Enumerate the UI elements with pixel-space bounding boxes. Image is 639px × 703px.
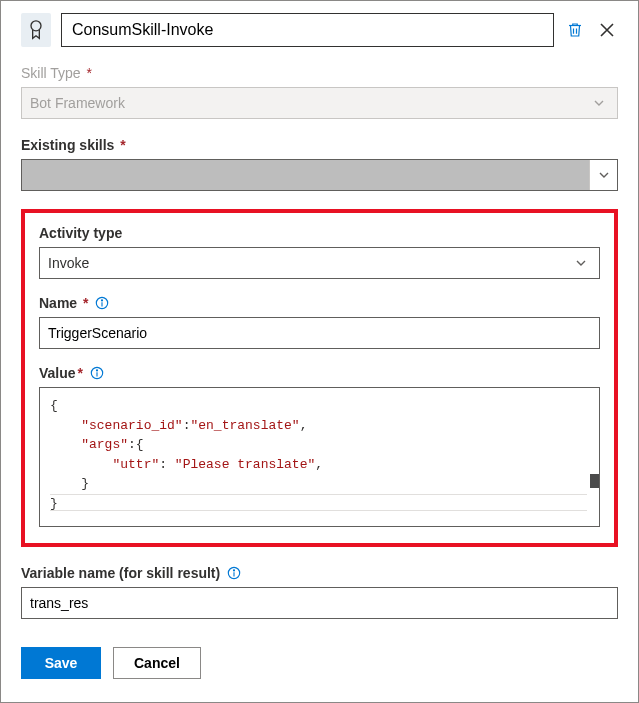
node-title-input[interactable] <box>61 13 554 47</box>
existing-skills-select[interactable] <box>21 159 618 191</box>
name-label: Name * <box>39 295 600 311</box>
svg-point-0 <box>31 21 41 31</box>
skill-type-value: Bot Framework <box>30 95 589 111</box>
activity-type-section: Activity type Invoke <box>39 225 600 279</box>
ribbon-icon <box>21 13 51 47</box>
chevron-down-icon <box>589 160 617 190</box>
skill-type-label: Skill Type * <box>21 65 618 81</box>
chevron-down-icon <box>571 257 591 269</box>
value-section: Value* { "scenario_id":"en_translate", "… <box>39 365 600 527</box>
variable-name-label: Variable name (for skill result) <box>21 565 618 581</box>
chevron-down-icon <box>589 97 609 109</box>
button-row: Save Cancel <box>21 647 618 679</box>
cancel-button[interactable]: Cancel <box>113 647 201 679</box>
editor-line <box>50 494 587 495</box>
activity-type-label: Activity type <box>39 225 600 241</box>
activity-type-select[interactable]: Invoke <box>39 247 600 279</box>
variable-name-input[interactable] <box>30 595 609 611</box>
svg-point-2 <box>102 300 103 301</box>
existing-skills-label: Existing skills * <box>21 137 618 153</box>
name-section: Name * <box>39 295 600 349</box>
delete-button[interactable] <box>564 19 586 41</box>
close-button[interactable] <box>596 19 618 41</box>
value-label: Value* <box>39 365 600 381</box>
value-code-editor[interactable]: { "scenario_id":"en_translate", "args":{… <box>39 387 600 527</box>
variable-name-input-wrap[interactable] <box>21 587 618 619</box>
svg-point-6 <box>234 570 235 571</box>
variable-name-section: Variable name (for skill result) <box>21 565 618 619</box>
activity-type-value: Invoke <box>48 255 571 271</box>
editor-line <box>50 510 587 511</box>
skill-type-select: Bot Framework <box>21 87 618 119</box>
info-icon[interactable] <box>89 365 105 381</box>
name-input-wrap[interactable] <box>39 317 600 349</box>
save-button[interactable]: Save <box>21 647 101 679</box>
existing-skills-section: Existing skills * <box>21 137 618 191</box>
highlighted-section: Activity type Invoke Name * <box>21 209 618 547</box>
title-row <box>21 13 618 47</box>
info-icon[interactable] <box>94 295 110 311</box>
svg-point-4 <box>97 370 98 371</box>
name-input[interactable] <box>48 325 591 341</box>
skill-type-section: Skill Type * Bot Framework <box>21 65 618 119</box>
scrollbar-thumb[interactable] <box>590 474 600 488</box>
info-icon[interactable] <box>226 565 242 581</box>
